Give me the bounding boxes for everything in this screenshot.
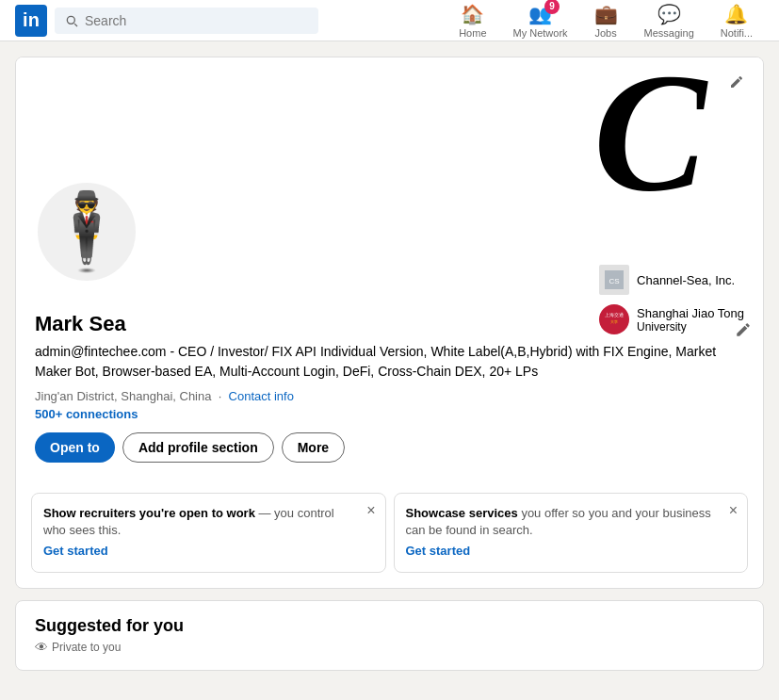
nav-notifications-label: Notifi... bbox=[721, 27, 753, 39]
jobs-icon: 💼 bbox=[594, 3, 618, 25]
avatar-image: 🕴 bbox=[40, 194, 134, 269]
cover-art: C bbox=[593, 57, 706, 218]
notifications-icon: 🔔 bbox=[724, 3, 748, 25]
nav-network-label: My Network bbox=[513, 27, 568, 39]
company-logo-1: 上海交通 大学 bbox=[599, 304, 629, 334]
svg-text:大学: 大学 bbox=[610, 319, 618, 324]
linkedin-logo[interactable]: in bbox=[15, 5, 47, 37]
nav-item-notifications[interactable]: 🔔 Notifi... bbox=[709, 0, 764, 41]
eye-icon: 👁 bbox=[35, 640, 48, 655]
banner-1-bold: Showcase services bbox=[406, 506, 518, 520]
avatar: 🕴 bbox=[35, 180, 138, 284]
search-icon bbox=[64, 13, 79, 28]
action-buttons: Open to Add profile section More bbox=[35, 432, 744, 463]
navbar: in 🏠 Home 👥 9 My Network 💼 Jobs 💬 Messag… bbox=[0, 0, 779, 41]
showcase-services-close-button[interactable]: × bbox=[729, 503, 738, 518]
banner-0-bold: Show recruiters you're open to work bbox=[43, 506, 255, 520]
nav-messaging-label: Messaging bbox=[644, 27, 694, 39]
company-item-0: CS Channel-Sea, Inc. bbox=[599, 265, 744, 295]
more-button[interactable]: More bbox=[282, 432, 345, 463]
company-item-1: 上海交通 大学 Shanghai Jiao Tong University bbox=[599, 304, 744, 334]
suggested-title: Suggested for you bbox=[35, 616, 744, 636]
search-bar[interactable] bbox=[55, 8, 318, 34]
company-name-1: Shanghai Jiao Tong bbox=[637, 306, 744, 320]
nav-jobs-label: Jobs bbox=[594, 27, 616, 39]
sjtu-logo: 上海交通 大学 bbox=[601, 306, 627, 333]
company-logo-0: CS bbox=[599, 265, 629, 295]
messaging-icon: 💬 bbox=[657, 3, 681, 25]
nav-item-my-network[interactable]: 👥 9 My Network bbox=[502, 0, 579, 41]
open-to-work-link[interactable]: Get started bbox=[43, 543, 351, 560]
my-network-icon: 👥 9 bbox=[528, 3, 552, 25]
profile-edit-button[interactable] bbox=[735, 321, 752, 342]
company-name-0: Channel-Sea, Inc. bbox=[637, 273, 735, 287]
privacy-label: Private to you bbox=[52, 641, 121, 654]
banner-row: Show recruiters you're open to work — yo… bbox=[16, 493, 763, 588]
nav-items: 🏠 Home 👥 9 My Network 💼 Jobs 💬 Messaging… bbox=[447, 0, 764, 41]
search-input[interactable] bbox=[85, 13, 309, 28]
open-to-work-close-button[interactable]: × bbox=[366, 503, 375, 518]
showcase-services-banner: Showcase services you offer so you and y… bbox=[394, 493, 749, 573]
cover-edit-button[interactable] bbox=[722, 67, 752, 97]
suggested-privacy: 👁 Private to you bbox=[35, 640, 744, 655]
avatar-container: 🕴 bbox=[35, 180, 138, 284]
nav-item-jobs[interactable]: 💼 Jobs bbox=[583, 0, 629, 41]
connections-count[interactable]: 500+ connections bbox=[35, 407, 744, 421]
profile-company-info: CS Channel-Sea, Inc. 上海交通 大学 Shanghai Ji… bbox=[599, 265, 744, 334]
nav-home-label: Home bbox=[459, 27, 486, 39]
showcase-services-link[interactable]: Get started bbox=[406, 543, 714, 560]
svg-text:CS: CS bbox=[609, 277, 619, 285]
edit-pencil-icon bbox=[735, 321, 752, 338]
pencil-icon bbox=[729, 74, 744, 90]
open-to-work-banner: Show recruiters you're open to work — yo… bbox=[31, 493, 386, 573]
network-badge: 9 bbox=[544, 0, 560, 14]
add-profile-section-button[interactable]: Add profile section bbox=[122, 432, 274, 463]
channel-sea-logo: CS bbox=[605, 270, 624, 289]
contact-info-link[interactable]: Contact info bbox=[229, 389, 294, 403]
nav-item-home[interactable]: 🏠 Home bbox=[447, 0, 497, 41]
open-to-button[interactable]: Open to bbox=[35, 432, 115, 463]
profile-location: Jing'an District, Shanghai, China · Cont… bbox=[35, 389, 744, 403]
profile-card: C 🕴 CS Channel-Sea, In bbox=[15, 57, 764, 589]
suggested-card: Suggested for you 👁 Private to you bbox=[15, 600, 764, 671]
location-text: Jing'an District, Shanghai, China bbox=[35, 389, 211, 403]
nav-item-messaging[interactable]: 💬 Messaging bbox=[633, 0, 706, 41]
svg-text:上海交通: 上海交通 bbox=[605, 312, 624, 317]
company-sub-1: University bbox=[637, 320, 744, 334]
main-content: C 🕴 CS Channel-Sea, In bbox=[0, 41, 779, 686]
company-info-1: Shanghai Jiao Tong University bbox=[637, 306, 744, 334]
profile-headline: admin@fintechee.com - CEO / Investor/ FI… bbox=[35, 342, 744, 382]
home-icon: 🏠 bbox=[461, 3, 484, 25]
